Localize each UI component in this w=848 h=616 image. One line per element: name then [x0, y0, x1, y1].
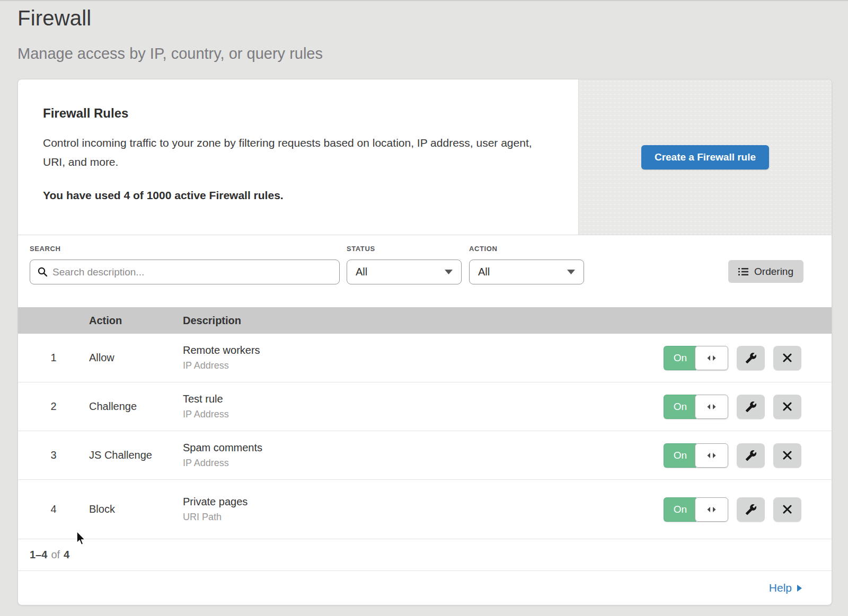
help-link-label: Help: [769, 582, 792, 594]
page-header: Firewall Manage access by IP, country, o…: [0, 1, 848, 63]
toggle-on-label[interactable]: On: [664, 497, 696, 522]
toggle-drag-handle[interactable]: [695, 346, 728, 370]
action-selected-value: All: [478, 266, 490, 278]
intro-description: Control incoming traffic to your zone by…: [43, 133, 546, 172]
toggle-drag-handle[interactable]: [695, 443, 728, 468]
rule-description: Private pages: [183, 496, 657, 508]
search-icon: [38, 267, 48, 277]
ordering-button[interactable]: Ordering: [728, 260, 803, 283]
ordering-wrap: Ordering: [728, 260, 803, 283]
rule-priority: 2: [18, 400, 89, 413]
status-group: STATUS All: [347, 245, 462, 284]
edit-rule-button[interactable]: [737, 497, 765, 522]
action-select[interactable]: All: [469, 260, 584, 284]
status-select[interactable]: All: [347, 260, 462, 284]
usage-summary: You have used 4 of 1000 active Firewall …: [43, 189, 546, 202]
toggle-drag-handle[interactable]: [695, 497, 728, 522]
rule-match-field: URI Path: [183, 512, 657, 523]
table-row: 3 JS Challenge Spam comments IP Address …: [18, 431, 832, 480]
search-input[interactable]: [52, 266, 332, 278]
rule-description: Spam comments: [183, 442, 657, 454]
table-header-description: Description: [183, 315, 657, 327]
rule-controls: On: [657, 497, 832, 522]
rule-description-cell: Remote workers IP Address: [183, 344, 657, 371]
card-top-section: Firewall Rules Control incoming traffic …: [18, 79, 832, 235]
rule-enabled-toggle[interactable]: On: [664, 443, 728, 468]
search-input-wrap: [30, 260, 340, 284]
table-body: 1 Allow Remote workers IP Address On: [18, 334, 832, 539]
chevron-down-icon: [567, 270, 575, 274]
rule-description: Remote workers: [183, 344, 657, 356]
rule-description: Test rule: [183, 393, 657, 405]
toggle-on-label[interactable]: On: [664, 346, 696, 370]
rule-action: Challenge: [89, 400, 183, 413]
filter-bar: SEARCH STATUS All ACTION All: [18, 235, 832, 307]
status-label: STATUS: [347, 245, 462, 253]
search-group: SEARCH: [30, 245, 340, 284]
ordered-list-icon: [738, 267, 748, 276]
rule-description-cell: Test rule IP Address: [183, 393, 657, 420]
page-title: Firewall: [17, 6, 831, 30]
pagination-row: 1–4 of 4: [18, 539, 832, 571]
arrow-right-icon: [797, 585, 802, 592]
intro-title: Firewall Rules: [43, 106, 546, 121]
delete-rule-button[interactable]: [773, 395, 801, 419]
drag-arrows-icon: [706, 452, 717, 459]
rule-description-cell: Spam comments IP Address: [183, 442, 657, 469]
drag-arrows-icon: [706, 404, 717, 410]
rule-match-field: IP Address: [183, 458, 657, 469]
table-header: Action Description: [18, 307, 832, 334]
wrench-icon: [745, 504, 757, 515]
create-rule-panel: Create a Firewall rule: [578, 79, 832, 235]
help-link[interactable]: Help: [769, 582, 802, 594]
delete-rule-button[interactable]: [773, 497, 801, 522]
drag-arrows-icon: [706, 506, 717, 513]
rule-enabled-toggle[interactable]: On: [664, 346, 728, 370]
rule-controls: On: [657, 346, 832, 370]
rule-controls: On: [657, 395, 832, 419]
table-row: 1 Allow Remote workers IP Address On: [18, 334, 832, 382]
table-row: 4 Block Private pages URI Path On: [18, 480, 832, 539]
delete-rule-button[interactable]: [773, 443, 801, 468]
rule-priority: 4: [18, 503, 89, 515]
rule-action: JS Challenge: [89, 449, 183, 461]
toggle-drag-handle[interactable]: [695, 395, 728, 419]
pagination-of-label: of: [51, 549, 60, 561]
action-label: ACTION: [469, 245, 584, 253]
status-selected-value: All: [356, 266, 367, 278]
wrench-icon: [745, 352, 757, 364]
table-header-action: Action: [89, 315, 183, 327]
chevron-down-icon: [445, 270, 453, 274]
edit-rule-button[interactable]: [737, 346, 765, 370]
rule-match-field: IP Address: [183, 360, 657, 371]
edit-rule-button[interactable]: [737, 395, 765, 419]
toggle-on-label[interactable]: On: [664, 395, 696, 419]
x-icon: [783, 505, 792, 514]
rule-enabled-toggle[interactable]: On: [664, 395, 728, 419]
intro-section: Firewall Rules Control incoming traffic …: [18, 79, 578, 235]
table-row: 2 Challenge Test rule IP Address On: [18, 382, 832, 431]
search-label: SEARCH: [30, 245, 340, 253]
x-icon: [783, 353, 792, 362]
help-row: Help: [18, 571, 832, 605]
wrench-icon: [745, 401, 757, 413]
edit-rule-button[interactable]: [737, 443, 765, 468]
rule-priority: 3: [18, 449, 89, 461]
rule-action: Allow: [89, 352, 183, 364]
rule-enabled-toggle[interactable]: On: [664, 497, 728, 522]
firewall-rules-card: Firewall Rules Control incoming traffic …: [17, 79, 832, 605]
drag-arrows-icon: [706, 355, 717, 361]
rule-description-cell: Private pages URI Path: [183, 496, 657, 523]
x-icon: [783, 451, 792, 460]
pagination-range: 1–4: [30, 549, 47, 561]
wrench-icon: [745, 450, 757, 461]
rule-match-field: IP Address: [183, 409, 657, 420]
rule-priority: 1: [18, 352, 89, 364]
delete-rule-button[interactable]: [773, 346, 801, 370]
create-firewall-rule-button[interactable]: Create a Firewall rule: [641, 145, 769, 169]
rule-controls: On: [657, 443, 832, 468]
toggle-on-label[interactable]: On: [664, 443, 696, 468]
pagination-total: 4: [64, 549, 69, 561]
page-subtitle: Manage access by IP, country, or query r…: [17, 45, 831, 63]
rule-action: Block: [89, 503, 183, 515]
